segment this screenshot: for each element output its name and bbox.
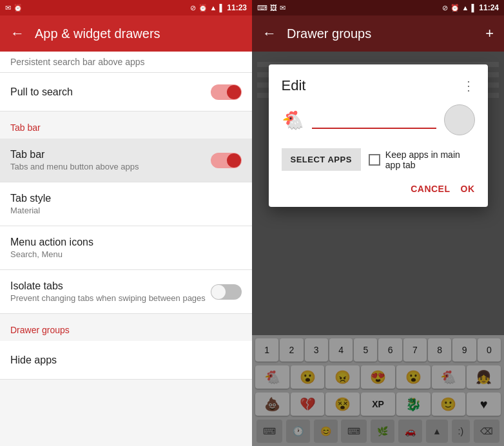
isolate-tabs-item[interactable]: Isolate tabs Prevent changing tabs when … — [0, 270, 252, 314]
select-apps-button[interactable]: SELECT APPS — [282, 148, 361, 171]
page-title-left: App & widget drawers — [35, 26, 160, 41]
status-icons-right: ⊘ ⏰ ▲ ▌ 11:23 — [190, 3, 247, 12]
tab-bar-item[interactable]: Tab bar Tabs and menu button above apps — [0, 139, 252, 182]
tab-bar-toggle[interactable] — [211, 153, 242, 168]
tab-style-subtitle: Material — [10, 206, 51, 215]
hide-apps-title: Hide apps — [10, 354, 57, 366]
notification-icon: ✉ — [5, 4, 11, 12]
pull-to-search-title: Pull to search — [10, 86, 73, 98]
dialog-menu-icon[interactable]: ⋮ — [462, 78, 475, 93]
dialog-overlay: Edit ⋮ 🐔 SELECT APPS Keep apps — [252, 52, 504, 446]
pull-to-search-thumb — [227, 85, 241, 99]
tab-style-item[interactable]: Tab style Material — [0, 182, 252, 226]
isolate-tabs-text: Isolate tabs Prevent changing tabs when … — [10, 280, 206, 303]
tab-bar-text: Tab bar Tabs and menu button above apps — [10, 149, 139, 171]
back-button-left[interactable]: ← — [10, 25, 24, 42]
isolate-tabs-thumb — [211, 285, 226, 299]
hide-apps-item[interactable]: Hide apps — [0, 341, 252, 380]
tab-style-text: Tab style Material — [10, 193, 51, 215]
drawer-groups-section-label: Drawer groups — [10, 325, 70, 335]
dialog-emoji-icon[interactable]: 🐔 — [282, 110, 304, 131]
page-title-right: Drawer groups — [287, 26, 475, 41]
dialog-middle-row: SELECT APPS Keep apps in main app tab — [282, 148, 475, 171]
menu-action-icons-item[interactable]: Menu action icons Search, Menu — [0, 226, 252, 270]
isolate-tabs-toggle[interactable] — [211, 284, 242, 300]
hide-apps-text: Hide apps — [10, 354, 57, 366]
status-bar-left: ✉ ⏰ ⊘ ⏰ ▲ ▌ 11:23 — [0, 0, 252, 15]
dialog-input-row: 🐔 — [282, 104, 475, 135]
status-icons-left: ✉ ⏰ — [5, 4, 23, 12]
tab-bar-section-header: Tab bar — [0, 112, 252, 139]
add-drawer-group-button[interactable]: + — [485, 25, 494, 42]
mail-status-icon: ✉ — [280, 4, 286, 12]
toolbar-right: ← Drawer groups + — [252, 15, 504, 52]
settings-list: Persistent search bar above apps Pull to… — [0, 52, 252, 446]
pull-to-search-toggle[interactable] — [211, 84, 242, 100]
time-right: 11:24 — [479, 3, 499, 12]
alarm-clock-icon: ⏰ — [199, 4, 208, 12]
menu-action-icons-subtitle: Search, Menu — [10, 249, 93, 259]
wifi-right-icon: ▲ — [462, 4, 469, 12]
ok-button[interactable]: OK — [461, 184, 475, 194]
persistent-search-title: Persistent search bar above apps — [10, 57, 145, 67]
dialog-title: Edit — [282, 77, 306, 94]
tab-bar-section-label: Tab bar — [10, 122, 41, 133]
right-panel: ⌨ 🖼 ✉ ⊘ ⏰ ▲ ▌ 11:24 ← Drawer groups + — [252, 0, 504, 446]
right-content-area: Edit ⋮ 🐔 SELECT APPS Keep apps — [252, 52, 504, 446]
persistent-search-item: Persistent search bar above apps — [0, 52, 252, 73]
tab-style-title: Tab style — [10, 193, 51, 204]
alarm-right-icon: ⏰ — [451, 4, 460, 12]
dialog-input-wrapper — [312, 111, 436, 129]
isolate-tabs-subtitle: Prevent changing tabs when swiping betwe… — [10, 293, 206, 303]
pull-to-search-item[interactable]: Pull to search — [0, 73, 252, 112]
back-button-right[interactable]: ← — [262, 25, 276, 42]
dialog-avatar[interactable] — [444, 104, 475, 135]
menu-action-icons-text: Menu action icons Search, Menu — [10, 237, 93, 259]
tab-bar-thumb — [227, 153, 241, 168]
left-panel: ✉ ⏰ ⊘ ⏰ ▲ ▌ 11:23 ← App & widget drawers… — [0, 0, 252, 446]
cancel-button[interactable]: CANCEL — [411, 184, 450, 194]
wifi-icon: ▲ — [210, 4, 217, 12]
keep-apps-checkbox[interactable] — [369, 154, 380, 166]
dialog-name-input[interactable] — [312, 111, 436, 129]
no-sim-icon: ⊘ — [190, 4, 196, 12]
tab-bar-title: Tab bar — [10, 149, 139, 160]
dialog-actions: CANCEL OK — [282, 184, 475, 194]
pull-to-search-text: Pull to search — [10, 86, 73, 98]
keyboard-status-icon: ⌨ — [257, 4, 267, 12]
keep-apps-checkbox-text: Keep apps in main app tab — [385, 150, 475, 170]
drawer-groups-section-header: Drawer groups — [0, 314, 252, 341]
toolbar-left: ← App & widget drawers — [0, 15, 252, 52]
image-status-icon: 🖼 — [270, 4, 277, 12]
status-bar-right: ⌨ 🖼 ✉ ⊘ ⏰ ▲ ▌ 11:24 — [252, 0, 504, 15]
edit-dialog: Edit ⋮ 🐔 SELECT APPS Keep apps — [269, 64, 488, 207]
dialog-header: Edit ⋮ — [282, 77, 475, 94]
signal-right-icon: ▌ — [472, 4, 477, 12]
no-sim-right-icon: ⊘ — [442, 4, 448, 12]
alarm-icon: ⏰ — [14, 4, 23, 12]
time-left: 11:23 — [227, 3, 247, 12]
keep-apps-checkbox-label[interactable]: Keep apps in main app tab — [369, 150, 475, 170]
menu-action-icons-title: Menu action icons — [10, 237, 93, 248]
signal-icon: ▌ — [220, 4, 225, 12]
isolate-tabs-title: Isolate tabs — [10, 280, 206, 292]
tab-bar-subtitle: Tabs and menu button above apps — [10, 162, 139, 171]
